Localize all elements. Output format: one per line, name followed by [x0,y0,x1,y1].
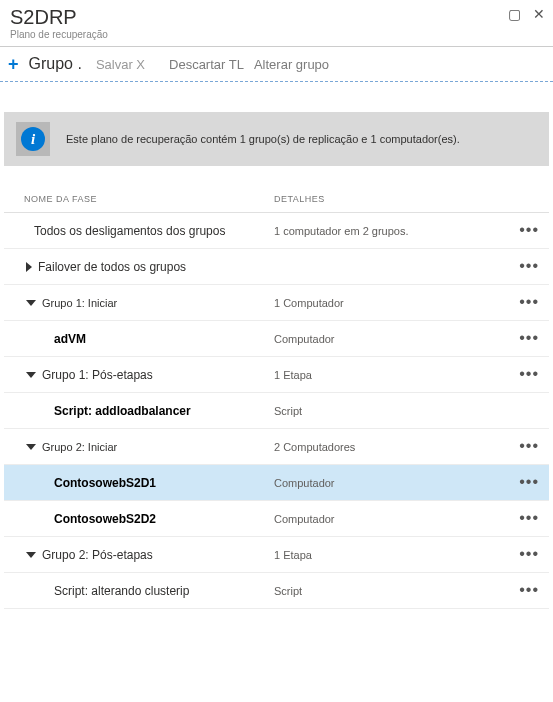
phase-name: adVM [54,332,86,346]
phase-detail: 1 Etapa [274,369,519,381]
info-icon: i [21,127,45,151]
table-row[interactable]: Failover de todos os grupos••• [4,249,549,285]
change-group-button[interactable]: Alterar grupo [254,57,329,72]
add-icon[interactable]: + [8,55,19,73]
caret-down-icon[interactable] [26,444,36,450]
phase-detail: Computador [274,477,519,489]
restore-icon[interactable]: ▢ [508,6,521,22]
row-menu-icon[interactable]: ••• [519,336,539,341]
table-row[interactable]: Todos os desligamentos dos grupos1 compu… [4,213,549,249]
row-menu-icon[interactable]: ••• [519,228,539,233]
header: S2DRP Plano de recuperação ▢ ✕ [0,0,553,42]
row-name-cell: ContosowebS2D2 [4,512,274,526]
row-name-cell: ContosowebS2D1 [4,476,274,490]
row-name-cell: Script: alterando clusterip [4,584,274,598]
row-name-cell: adVM [4,332,274,346]
col-header-details: DETALHES [274,194,325,204]
caret-down-icon[interactable] [26,552,36,558]
toolbar: + Grupo . Salvar X Descartar TL Alterar … [0,47,553,82]
table-row[interactable]: Grupo 1: Iniciar1 Computador••• [4,285,549,321]
phase-name: Grupo 2: Pós-etapas [42,548,153,562]
row-name-cell: Failover de todos os grupos [4,260,274,274]
window-controls: ▢ ✕ [508,6,545,22]
row-menu-icon[interactable]: ••• [519,552,539,557]
phase-detail: Script [274,405,519,417]
row-name-cell: Script: addloadbalancer [4,404,274,418]
table-row[interactable]: Grupo 2: Pós-etapas1 Etapa••• [4,537,549,573]
group-dropdown[interactable]: Grupo . [29,55,82,73]
row-menu-icon[interactable]: ••• [519,300,539,305]
table-row[interactable]: Grupo 1: Pós-etapas1 Etapa••• [4,357,549,393]
row-name-cell: Grupo 1: Pós-etapas [4,368,274,382]
info-bar: i Este plano de recuperação contém 1 gru… [4,112,549,166]
row-name-cell: Todos os desligamentos dos grupos [4,224,274,238]
phase-name: Grupo 2: Iniciar [42,441,117,453]
phase-name: Script: alterando clusterip [54,584,189,598]
row-name-cell: Grupo 2: Pós-etapas [4,548,274,562]
page-subtitle: Plano de recuperação [10,29,543,40]
phase-name: Grupo 1: Pós-etapas [42,368,153,382]
phase-detail: 1 Etapa [274,549,519,561]
row-menu-icon[interactable]: ••• [519,480,539,485]
caret-right-icon[interactable] [26,262,32,272]
phase-detail: 1 Computador [274,297,519,309]
row-menu-icon[interactable]: ••• [519,516,539,521]
phase-name: Todos os desligamentos dos grupos [34,224,225,238]
phases-table: NOME DA FASE DETALHES Todos os desligame… [4,186,549,609]
row-name-cell: Grupo 2: Iniciar [4,441,274,453]
phase-detail: 1 computador em 2 grupos. [274,225,519,237]
table-row[interactable]: Script: alterando clusteripScript••• [4,573,549,609]
phase-name: Failover de todos os grupos [38,260,186,274]
phase-name: ContosowebS2D2 [54,512,156,526]
row-name-cell: Grupo 1: Iniciar [4,297,274,309]
row-menu-icon[interactable]: ••• [519,588,539,593]
discard-button[interactable]: Descartar TL [169,57,244,72]
save-button[interactable]: Salvar X [96,57,145,72]
table-row[interactable]: ContosowebS2D1Computador••• [4,465,549,501]
row-menu-icon[interactable]: ••• [519,444,539,449]
row-menu-icon[interactable]: ••• [519,372,539,377]
phase-detail: 2 Computadores [274,441,519,453]
row-menu-icon[interactable]: ••• [519,264,539,269]
col-header-name: NOME DA FASE [24,194,274,204]
phase-detail: Computador [274,333,519,345]
caret-down-icon[interactable] [26,372,36,378]
table-row[interactable]: Grupo 2: Iniciar2 Computadores••• [4,429,549,465]
table-row[interactable]: adVMComputador••• [4,321,549,357]
close-icon[interactable]: ✕ [533,6,545,22]
phase-detail: Computador [274,513,519,525]
phase-detail: Script [274,585,519,597]
info-message: Este plano de recuperação contém 1 grupo… [66,133,460,145]
caret-down-icon[interactable] [26,300,36,306]
phase-name: ContosowebS2D1 [54,476,156,490]
phase-name: Script: addloadbalancer [54,404,191,418]
table-row[interactable]: Script: addloadbalancerScript [4,393,549,429]
phase-name: Grupo 1: Iniciar [42,297,117,309]
table-header: NOME DA FASE DETALHES [4,186,549,213]
page-title: S2DRP [10,6,543,29]
table-row[interactable]: ContosowebS2D2Computador••• [4,501,549,537]
info-icon-wrap: i [16,122,50,156]
